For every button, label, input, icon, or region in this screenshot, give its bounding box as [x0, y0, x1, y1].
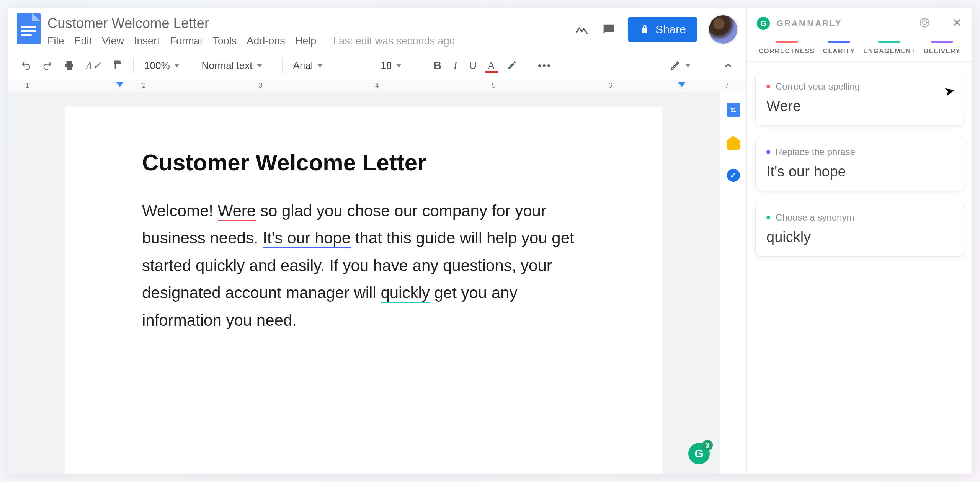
last-edit-status: Last edit was seconds ago	[333, 35, 455, 47]
ruler-mark: 2	[142, 82, 146, 90]
goals-icon[interactable]	[919, 17, 930, 30]
grammarly-header: G GRAMMARLY |	[747, 8, 972, 34]
close-icon[interactable]	[952, 17, 962, 29]
document-title[interactable]: Customer Welcome Letter	[47, 15, 567, 35]
activity-dashboard-icon[interactable]	[574, 22, 590, 37]
formatting-toolbar: A✓ 100% Normal text Arial 18 B I U A •••	[8, 51, 746, 80]
comments-icon[interactable]	[601, 22, 616, 37]
menu-addons[interactable]: Add-ons	[247, 35, 285, 47]
zoom-selector[interactable]: 100%	[139, 57, 185, 75]
suggestion-hint: Replace the phrase	[766, 147, 953, 157]
menu-insert[interactable]: Insert	[134, 35, 160, 47]
suggestion-card-spelling[interactable]: Correct your spelling Were	[755, 72, 964, 126]
redo-button[interactable]	[38, 57, 57, 74]
spelling-error[interactable]: Were	[218, 202, 256, 221]
clarity-suggestion[interactable]: It's our hope	[263, 229, 351, 248]
dot-icon	[766, 216, 770, 219]
print-button[interactable]	[59, 57, 80, 74]
font-family-selector[interactable]: Arial	[288, 57, 364, 75]
undo-button[interactable]	[16, 57, 36, 74]
paragraph-style-selector[interactable]: Normal text	[196, 57, 277, 75]
keep-icon[interactable]	[727, 136, 740, 150]
calendar-icon[interactable]	[727, 103, 740, 117]
toolbar-separator	[370, 58, 370, 73]
google-docs-pane: Customer Welcome Letter File Edit View I…	[8, 8, 746, 474]
horizontal-ruler[interactable]: 1 2 3 4 5 6 7	[8, 80, 746, 91]
ruler-mark: 5	[492, 82, 496, 90]
menu-view[interactable]: View	[102, 35, 124, 47]
document-canvas-area: Customer Welcome Letter Welcome! Were so…	[8, 91, 746, 474]
font-size-selector[interactable]: 18	[376, 57, 418, 75]
left-indent-marker-icon[interactable]	[116, 82, 124, 87]
document-paragraph[interactable]: Welcome! Were so glad you chose our comp…	[142, 197, 585, 334]
tab-indicator-icon	[828, 41, 850, 43]
ruler-mark: 1	[25, 82, 29, 90]
tab-indicator-icon	[931, 41, 953, 43]
google-side-panel	[720, 91, 746, 474]
ruler-mark: 7	[725, 82, 729, 90]
suggestion-text: quickly	[766, 229, 953, 245]
toolbar-separator	[423, 58, 423, 73]
tasks-icon[interactable]	[727, 169, 740, 182]
tab-engagement[interactable]: ENGAGEMENT	[863, 41, 916, 55]
title-block: Customer Welcome Letter File Edit View I…	[47, 13, 567, 47]
menu-edit[interactable]: Edit	[74, 35, 92, 47]
tab-clarity[interactable]: CLARITY	[823, 41, 855, 55]
engagement-suggestion[interactable]: quickly	[381, 284, 430, 303]
tab-correctness[interactable]: CORRECTNESS	[759, 41, 815, 55]
chevron-down-icon	[396, 64, 402, 67]
toolbar-separator	[133, 58, 134, 73]
tab-delivery[interactable]: DELIVERY	[924, 41, 960, 55]
docs-header: Customer Welcome Letter File Edit View I…	[8, 8, 746, 47]
text-color-button[interactable]: A	[483, 56, 500, 75]
grammarly-tabs: CORRECTNESS CLARITY ENGAGEMENT DELIVERY	[747, 34, 972, 62]
tab-indicator-icon	[878, 41, 900, 43]
toolbar-separator	[707, 58, 707, 73]
grammarly-logo-icon: G	[757, 17, 770, 30]
app-frame: Customer Welcome Letter File Edit View I…	[8, 8, 972, 474]
paint-format-button[interactable]	[107, 57, 128, 74]
svg-point-1	[923, 21, 926, 25]
menu-help[interactable]: Help	[295, 35, 317, 47]
editing-mode-selector[interactable]	[664, 57, 696, 74]
highlight-color-button[interactable]	[501, 57, 522, 74]
text-run: Welcome!	[142, 202, 218, 220]
collapse-toolbar-button[interactable]	[718, 57, 738, 74]
grammarly-brand-label: GRAMMARLY	[777, 18, 842, 28]
share-button[interactable]: Share	[628, 17, 697, 42]
italic-button[interactable]: I	[448, 56, 463, 75]
page-scroll-area[interactable]: Customer Welcome Letter Welcome! Were so…	[8, 91, 720, 474]
suggestion-card-clarity[interactable]: Replace the phrase It's our hope	[755, 137, 964, 191]
chevron-down-icon	[256, 64, 263, 67]
tab-indicator-icon	[776, 41, 798, 43]
grammarly-suggestion-list: Correct your spelling Were ➤ Replace the…	[747, 62, 972, 266]
right-indent-marker-icon[interactable]	[678, 82, 686, 87]
toolbar-right	[664, 57, 738, 74]
chevron-down-icon	[685, 64, 691, 67]
bold-button[interactable]: B	[429, 56, 446, 75]
menu-tools[interactable]: Tools	[212, 35, 237, 47]
toolbar-separator	[528, 58, 528, 73]
underline-button[interactable]: U	[464, 56, 481, 75]
toolbar-separator	[191, 58, 191, 73]
suggestion-text: It's our hope	[766, 163, 953, 180]
lock-icon	[639, 24, 650, 35]
suggestion-hint: Choose a synonym	[766, 212, 953, 223]
document-page[interactable]: Customer Welcome Letter Welcome! Were so…	[65, 107, 662, 474]
chevron-down-icon	[174, 64, 180, 67]
chevron-down-icon	[317, 64, 323, 67]
ruler-mark: 6	[608, 82, 612, 90]
grammarly-fab-badge: 3	[702, 440, 713, 451]
account-avatar[interactable]	[709, 15, 737, 44]
share-button-label: Share	[655, 23, 686, 36]
spellcheck-button[interactable]: A✓	[81, 56, 106, 75]
document-heading[interactable]: Customer Welcome Letter	[142, 149, 585, 176]
suggestion-card-engagement[interactable]: Choose a synonym quickly	[755, 203, 964, 257]
menu-format[interactable]: Format	[170, 35, 203, 47]
more-toolbar-button[interactable]: •••	[533, 57, 556, 75]
toolbar-separator	[282, 58, 283, 73]
header-right: Share	[574, 13, 737, 44]
grammarly-fab-button[interactable]: G 3	[688, 443, 710, 464]
menu-file[interactable]: File	[47, 35, 64, 47]
google-docs-logo-icon[interactable]	[17, 13, 41, 44]
